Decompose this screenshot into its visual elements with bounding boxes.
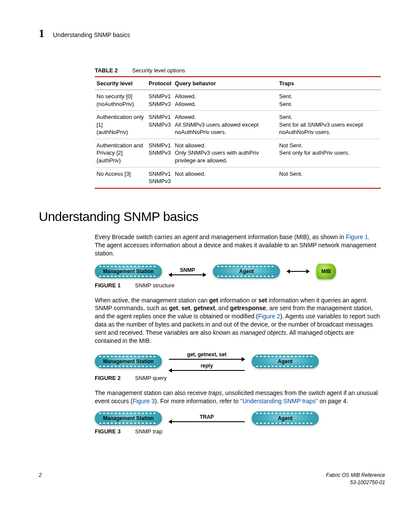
cell: No Access [3]: [97, 171, 131, 177]
cell: SNMPv1: [149, 171, 171, 177]
text: Every Brocade switch carries an: [95, 233, 183, 240]
doc-title: Fabric OS MIB Reference: [326, 472, 385, 478]
text: information or: [218, 297, 258, 304]
cell: Allowed.: [175, 114, 196, 120]
figure1-caption: FIGURE 1 SNMP structure: [95, 282, 381, 289]
figure3-link[interactable]: Figure 3: [133, 398, 155, 404]
arrow-label: get, getnext, set: [187, 351, 226, 358]
text-emphasis: agent: [183, 233, 198, 240]
text: , and: [215, 305, 230, 311]
paragraph-1: Every Brocade switch carries an agent an…: [95, 233, 381, 258]
caption-label: FIGURE 1: [95, 282, 121, 289]
cell: Privacy [2]: [97, 149, 123, 156]
cell: Only SNMPv3 users with authPriv privileg…: [175, 149, 259, 164]
page-header: 1 Understanding SNMP basics: [39, 26, 385, 41]
arrow-label: reply: [201, 362, 213, 369]
figure-2: Management Station get, getnext, set rep…: [95, 351, 319, 372]
section-heading: Understanding SNMP basics: [39, 208, 385, 226]
figure2-caption: FIGURE 2 SNMP query: [95, 374, 381, 382]
cell: Authentication only [1]: [97, 114, 144, 128]
figure-1: Management Station SNMP Agent MIB: [95, 264, 336, 279]
double-arrow-icon: [169, 274, 206, 275]
management-station-node: Management Station: [95, 264, 162, 278]
right-arrow-icon: [169, 359, 245, 360]
paragraph-2: When active, the management station can …: [95, 296, 381, 345]
caption-label: FIGURE 2: [95, 375, 121, 381]
arrow-label: TRAP: [200, 414, 214, 420]
text: The management station can also receive: [95, 389, 209, 396]
agent-node: Agent: [213, 264, 280, 278]
left-arrow-icon: [169, 370, 245, 371]
table2-caption-title: Security level options: [132, 67, 185, 74]
management-station-node: Management Station: [95, 355, 162, 368]
text-bold: get: [209, 297, 218, 304]
cell: No security [0]: [97, 93, 132, 100]
mib-arrow: [287, 270, 309, 273]
figure2-link[interactable]: Figure 2: [258, 313, 280, 320]
cell: Authentication and: [97, 142, 143, 149]
understanding-traps-link[interactable]: "Understanding SNMP traps": [240, 398, 318, 404]
text: When active, the management station can: [95, 297, 209, 304]
cell: Sent.: [279, 93, 292, 100]
double-arrow-icon: [287, 271, 309, 272]
text: and management information base (MIB), a…: [198, 233, 346, 240]
management-station-node: Management Station: [95, 411, 162, 425]
agent-node: Agent: [252, 355, 319, 368]
paragraph-3: The management station can also receive …: [95, 389, 381, 405]
trap-arrow: TRAP: [169, 414, 245, 423]
table-row: Authentication andPrivacy [2](authPriv) …: [95, 139, 381, 167]
text-emphasis: managed objects: [240, 329, 286, 336]
cell: (authNoPriv): [97, 129, 128, 135]
cell: Not allowed.: [175, 142, 206, 149]
query-arrows: get, getnext, set reply: [169, 351, 245, 372]
doc-number: 53-1002750-01: [350, 479, 385, 485]
text-bold: getresponse: [230, 305, 266, 311]
caption-title: SNMP trap: [135, 428, 162, 435]
security-level-table: Security level Protocol Query behavior T…: [95, 76, 381, 189]
snmp-arrow: SNMP: [169, 267, 206, 276]
arrow-label: SNMP: [180, 267, 195, 274]
cell: Not Sent.: [279, 142, 302, 149]
text: ). For more information, refer to: [155, 398, 240, 404]
mib-node: MIB: [316, 264, 336, 279]
page-number: 2: [39, 472, 42, 485]
chapter-number: 1: [39, 26, 44, 41]
figure-3: Management Station TRAP Agent: [95, 411, 319, 425]
cell: SNMPv1: [149, 93, 171, 100]
text-bold: set: [181, 305, 190, 311]
figure1-link[interactable]: Figure 1: [346, 233, 368, 240]
caption-title: SNMP structure: [135, 282, 175, 289]
caption-title: SNMP query: [135, 375, 167, 381]
cell: Not Sent.: [279, 171, 302, 177]
cell: All SNMPv3 users allowed except noAuthNo…: [175, 121, 258, 136]
table2-caption-label: TABLE 2: [95, 67, 118, 74]
agent-node: Agent: [252, 411, 319, 425]
caption-label: FIGURE 3: [95, 428, 121, 435]
cell: Sent only for authPriv users.: [279, 149, 349, 156]
cell: Allowed.: [175, 93, 196, 100]
cell: SNMPv3: [149, 121, 171, 128]
table-row: Authentication only [1](authNoPriv) SNMP…: [95, 111, 381, 139]
text-bold: get: [169, 305, 178, 311]
cell: Sent.: [279, 114, 292, 120]
table-row: No Access [3] SNMPv1SNMPv3 Not allowed. …: [95, 167, 381, 188]
cell: Sent.: [279, 101, 292, 107]
cell: (authPriv): [97, 157, 121, 164]
left-arrow-icon: [169, 421, 245, 422]
text-emphasis: traps: [209, 389, 222, 396]
cell: Not allowed.: [175, 171, 206, 177]
cell: Sent for all SNMPv3 users except noAuthN…: [279, 121, 363, 136]
col-traps: Traps: [277, 77, 381, 90]
cell: SNMPv1: [149, 114, 171, 120]
chapter-title: Understanding SNMP basics: [53, 31, 130, 39]
figure3-caption: FIGURE 3 SNMP trap: [95, 428, 381, 436]
col-security-level: Security level: [95, 77, 147, 90]
cell: (noAuthnoPriv): [97, 101, 134, 107]
col-query-behavior: Query behavior: [173, 77, 277, 90]
text-bold: getnext: [193, 305, 215, 311]
table-row: No security [0](noAuthnoPriv) SNMPv1SNMP…: [95, 90, 381, 111]
cell: SNMPv1: [149, 142, 171, 149]
cell: SNMPv3: [149, 178, 171, 184]
cell: SNMPv3: [149, 101, 171, 107]
table2-caption: TABLE 2 Security level options: [95, 67, 381, 75]
